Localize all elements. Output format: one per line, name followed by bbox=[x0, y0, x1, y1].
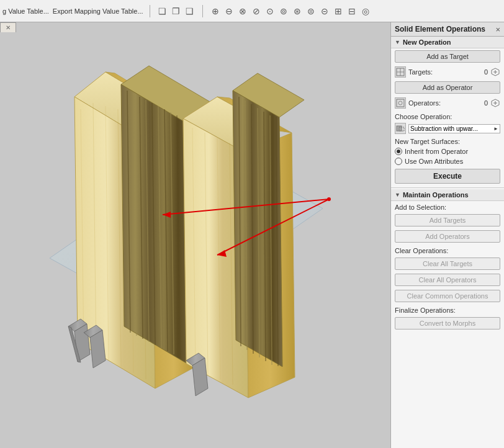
new-target-surfaces-section: New Target Surfaces: bbox=[391, 135, 504, 146]
rotate-icon[interactable]: ⊗ bbox=[236, 5, 249, 17]
main-area: ✕ bbox=[0, 22, 504, 448]
new-operation-arrow: ▼ bbox=[395, 39, 400, 45]
choose-operation-row: Subtraction with upwar... ► bbox=[391, 122, 504, 135]
copy-icon[interactable]: ❏ bbox=[156, 5, 169, 17]
separator-1 bbox=[391, 187, 504, 188]
add-operators-btn[interactable]: Add Operators bbox=[395, 230, 500, 243]
paste-icon[interactable]: ❐ bbox=[170, 5, 182, 17]
canvas-area[interactable]: ✕ bbox=[0, 22, 390, 448]
choose-operation-section: Choose Operation: bbox=[391, 110, 504, 122]
tab-bar: ✕ bbox=[0, 22, 16, 32]
canvas-tab[interactable]: ✕ bbox=[0, 22, 16, 32]
use-own-radio-btn[interactable] bbox=[395, 158, 402, 165]
add-targets-btn[interactable]: Add Targets bbox=[395, 214, 500, 226]
clear-operations-section: Clear Operations: bbox=[391, 244, 504, 256]
zoom-icon[interactable]: ⊕ bbox=[209, 5, 222, 17]
operators-add-icon[interactable] bbox=[490, 98, 500, 108]
convert-to-morphs-btn[interactable]: Convert to Morphs bbox=[395, 317, 500, 329]
clear-all-operators-btn[interactable]: Clear All Operators bbox=[395, 274, 500, 286]
scene-svg bbox=[0, 22, 390, 448]
panel-header: Solid Element Operations × bbox=[391, 22, 504, 37]
panel-close-btn[interactable]: × bbox=[495, 25, 500, 34]
tab-close-btn[interactable]: ✕ bbox=[6, 24, 11, 31]
clear-operations-label: Clear Operations: bbox=[395, 247, 448, 254]
operators-label: Operators: bbox=[408, 99, 482, 107]
pan-icon[interactable]: ⊘ bbox=[250, 5, 263, 17]
inherit-radio-label: Inherit from Operator bbox=[405, 148, 468, 155]
new-operation-label: New Operation bbox=[403, 38, 451, 46]
clear-common-operations-btn[interactable]: Clear Common Operations bbox=[395, 290, 500, 302]
inherit-radio-btn[interactable] bbox=[395, 148, 402, 155]
maintain-operations-section-header[interactable]: ▼ Maintain Operations bbox=[391, 189, 504, 201]
panel-title: Solid Element Operations bbox=[395, 25, 485, 34]
settings-icon[interactable]: ⊜ bbox=[305, 5, 317, 17]
targets-label: Targets: bbox=[408, 68, 482, 76]
dropdown-arrow-icon: ► bbox=[493, 126, 498, 132]
view-icon[interactable]: ⊟ bbox=[346, 5, 358, 17]
tab1-label[interactable]: g Value Table... bbox=[2, 7, 49, 15]
operation-dropdown[interactable]: Subtraction with upwar... ► bbox=[408, 124, 500, 133]
fit-icon[interactable]: ⊖ bbox=[223, 5, 235, 17]
maintain-operations-label: Maintain Operations bbox=[403, 191, 469, 199]
right-panel: Solid Element Operations × ▼ New Operati… bbox=[390, 22, 504, 448]
use-own-radio-row[interactable]: Use Own Attributes bbox=[391, 156, 504, 166]
operator-icon bbox=[395, 97, 406, 109]
measure-icon[interactable]: ⊚ bbox=[277, 5, 290, 17]
toolbar: g Value Table... Export Mapping Value Ta… bbox=[0, 0, 504, 22]
targets-row: Targets: 0 bbox=[391, 65, 504, 79]
operators-row: Operators: 0 bbox=[391, 96, 504, 110]
svg-rect-59 bbox=[397, 99, 404, 107]
maintain-operations-arrow: ▼ bbox=[395, 192, 400, 198]
layer-icon[interactable]: ⊞ bbox=[332, 5, 344, 17]
snap-icon[interactable]: ◎ bbox=[359, 5, 372, 17]
info-icon[interactable]: ⊛ bbox=[291, 5, 304, 17]
operators-count: 0 bbox=[484, 99, 488, 107]
use-own-radio-label: Use Own Attributes bbox=[405, 158, 463, 165]
new-target-surfaces-label: New Target Surfaces: bbox=[395, 138, 460, 145]
svg-point-52 bbox=[327, 197, 331, 201]
finalize-operations-section: Finalize Operations: bbox=[391, 304, 504, 315]
add-as-operator-btn[interactable]: Add as Operator bbox=[395, 81, 500, 94]
finalize-operations-label: Finalize Operations: bbox=[395, 307, 456, 314]
svg-point-60 bbox=[398, 101, 402, 105]
toolbar-divider-2 bbox=[202, 5, 203, 17]
targets-count: 0 bbox=[484, 68, 488, 76]
svg-marker-13 bbox=[121, 84, 192, 367]
execute-btn[interactable]: Execute bbox=[395, 169, 500, 184]
grid-icon[interactable]: ⊝ bbox=[318, 5, 331, 17]
inherit-radio-row[interactable]: Inherit from Operator bbox=[391, 146, 504, 156]
cut-icon[interactable]: ❑ bbox=[184, 5, 196, 17]
new-operation-section-header[interactable]: ▼ New Operation bbox=[391, 37, 504, 48]
operation-icon bbox=[395, 123, 406, 134]
toolbar-divider-1 bbox=[150, 5, 150, 17]
add-as-target-btn[interactable]: Add as Target bbox=[395, 50, 500, 63]
targets-add-icon[interactable] bbox=[490, 67, 500, 77]
choose-operation-label: Choose Operation: bbox=[395, 113, 452, 120]
add-to-selection-label: Add to Selection: bbox=[395, 204, 446, 211]
toolbar-icon-group-left: ❏ ❐ ❑ bbox=[156, 5, 196, 17]
select-icon[interactable]: ⊙ bbox=[264, 5, 276, 17]
toolbar-icon-group-right: ⊕ ⊖ ⊗ ⊘ ⊙ ⊚ ⊛ ⊜ ⊝ ⊞ ⊟ ◎ bbox=[209, 5, 372, 17]
add-to-selection-section: Add to Selection: bbox=[391, 201, 504, 212]
tab2-label[interactable]: Export Mapping Value Table... bbox=[53, 7, 143, 15]
clear-all-targets-btn[interactable]: Clear All Targets bbox=[395, 258, 500, 270]
operation-value: Subtraction with upwar... bbox=[410, 125, 478, 132]
target-icon bbox=[395, 66, 406, 78]
